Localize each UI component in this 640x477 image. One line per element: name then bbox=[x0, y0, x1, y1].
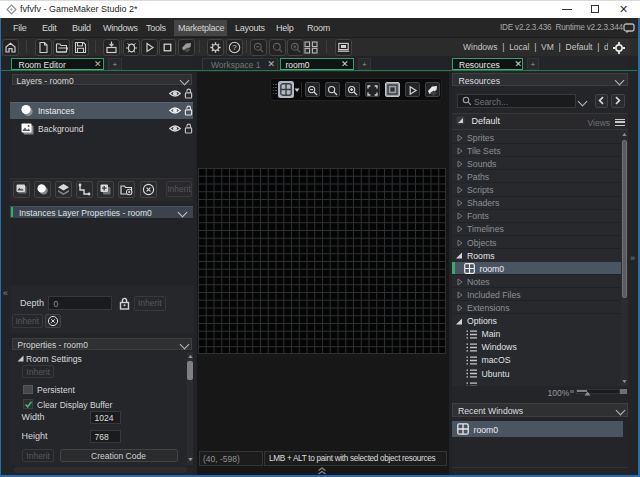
svg-text:?: ? bbox=[232, 43, 237, 52]
